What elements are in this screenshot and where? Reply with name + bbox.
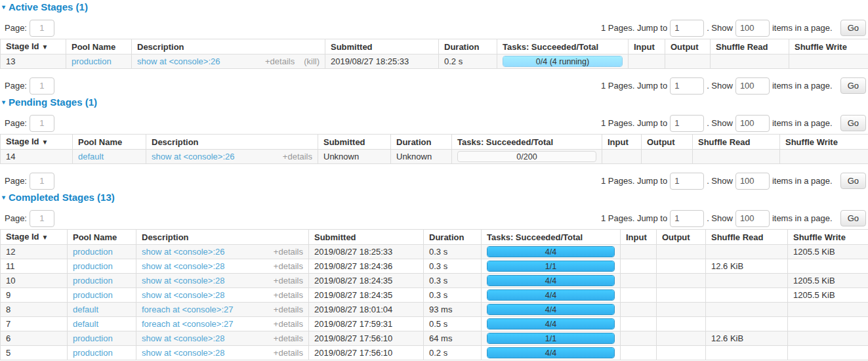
header-row: Stage Id▼Pool NameDescriptionSubmittedDu… (1, 135, 868, 150)
details-toggle-link[interactable]: +details (274, 319, 303, 329)
pool-name-link[interactable]: production (72, 56, 112, 66)
column-header-stage-id[interactable]: Stage Id▼ (1, 135, 73, 150)
pool-name-link[interactable]: production (73, 261, 113, 271)
column-header-pool-name[interactable]: Pool Name (68, 230, 136, 245)
duration-cell: 93 ms (424, 303, 482, 317)
column-header-input[interactable]: Input (629, 39, 665, 54)
column-header-shuffle-read[interactable]: Shuffle Read (693, 135, 780, 150)
jump-to-input[interactable] (670, 20, 704, 37)
section-title-active[interactable]: ▾Active Stages (1) (2, 1, 868, 12)
column-header-label: Stage Id (6, 137, 39, 146)
go-button[interactable]: Go (840, 210, 866, 226)
column-header-description[interactable]: Description (136, 230, 309, 245)
column-header-input[interactable]: Input (602, 135, 642, 150)
details-toggle-link[interactable]: +details (274, 348, 303, 358)
description-link[interactable]: show at <console>:28 (142, 347, 224, 358)
column-header-duration[interactable]: Duration (424, 230, 482, 245)
shuffle-read-cell (711, 54, 789, 69)
description-link[interactable]: foreach at <console>:27 (142, 318, 234, 329)
description-link[interactable]: show at <console>:28 (142, 275, 224, 286)
column-header-description[interactable]: Description (132, 39, 325, 54)
column-header-submitted[interactable]: Submitted (309, 230, 424, 245)
go-button[interactable]: Go (840, 173, 866, 189)
column-header-label: Submitted (331, 42, 373, 52)
page-number-input[interactable] (30, 20, 54, 37)
column-header-output[interactable]: Output (657, 230, 706, 245)
details-toggle-link[interactable]: +details (274, 305, 303, 314)
details-toggle-link[interactable]: +details (274, 333, 303, 343)
section-title-completed[interactable]: ▾Completed Stages (13) (2, 192, 868, 203)
column-header-description[interactable]: Description (146, 135, 318, 150)
column-header-tasks-succeeded-total[interactable]: Tasks: Succeeded/Total (497, 39, 629, 54)
pool-name-link[interactable]: default (78, 152, 104, 161)
show-count-input[interactable] (735, 210, 770, 227)
column-header-output[interactable]: Output (665, 39, 711, 54)
stage-row: 10productionshow at <console>:28+details… (1, 274, 868, 288)
jump-to-input[interactable] (670, 77, 704, 95)
column-header-shuffle-read[interactable]: Shuffle Read (706, 230, 788, 245)
shuffle-write-cell (788, 331, 868, 346)
column-header-label: Pool Name (78, 137, 122, 147)
column-header-shuffle-read[interactable]: Shuffle Read (711, 39, 789, 54)
column-header-duration[interactable]: Duration (439, 39, 497, 54)
go-button[interactable]: Go (840, 115, 866, 131)
jump-to-input[interactable] (670, 210, 704, 227)
description-link[interactable]: foreach at <console>:27 (142, 304, 234, 315)
jump-to-input[interactable] (670, 173, 704, 190)
column-header-label: Shuffle Write (795, 42, 847, 52)
input-cell (621, 259, 657, 274)
column-header-input[interactable]: Input (621, 230, 657, 245)
page-label: Page: (5, 118, 27, 128)
details-toggle-link[interactable]: +details (274, 276, 303, 286)
section-title-pending[interactable]: ▾Pending Stages (1) (2, 96, 868, 108)
show-count-input[interactable] (735, 173, 770, 190)
column-header-stage-id[interactable]: Stage Id▼ (1, 39, 66, 54)
column-header-submitted[interactable]: Submitted (325, 39, 439, 54)
show-count-input[interactable] (735, 20, 770, 37)
page-number-input[interactable] (30, 115, 54, 132)
pool-name-link[interactable]: production (73, 276, 113, 286)
column-header-pool-name[interactable]: Pool Name (73, 135, 146, 150)
pool-name-link[interactable]: production (73, 333, 113, 343)
description-link[interactable]: show at <console>:26 (137, 56, 220, 67)
output-cell (657, 288, 706, 303)
tasks-progress-bar: 0/4 (4 running) (503, 56, 623, 67)
kill-link[interactable]: (kill) (304, 56, 320, 66)
show-count-input[interactable] (735, 77, 770, 95)
column-header-submitted[interactable]: Submitted (318, 135, 391, 150)
page-number-input[interactable] (30, 173, 54, 190)
details-toggle-link[interactable]: +details (274, 247, 303, 257)
page-number-input[interactable] (30, 210, 54, 227)
details-toggle-link[interactable]: +details (274, 261, 303, 271)
column-header-shuffle-write[interactable]: Shuffle Write (780, 135, 868, 150)
description-link[interactable]: show at <console>:28 (142, 261, 224, 272)
pool-name-link[interactable]: default (73, 305, 98, 314)
details-toggle-link[interactable]: +details (265, 56, 295, 66)
go-button[interactable]: Go (840, 20, 866, 36)
column-header-shuffle-write[interactable]: Shuffle Write (788, 230, 868, 245)
column-header-tasks-succeeded-total[interactable]: Tasks: Succeeded/Total (482, 230, 621, 245)
column-header-output[interactable]: Output (642, 135, 693, 150)
details-toggle-link[interactable]: +details (274, 290, 303, 300)
description-wrap: show at <console>:28+details (142, 289, 303, 301)
page-number-input[interactable] (30, 77, 54, 95)
pool-name-link[interactable]: default (73, 319, 98, 329)
details-toggle-link[interactable]: +details (283, 152, 312, 161)
description-link[interactable]: show at <console>:26 (152, 151, 234, 162)
stage-row: 6productionshow at <console>:28+details2… (1, 331, 868, 346)
column-header-pool-name[interactable]: Pool Name (66, 39, 132, 54)
pool-name-link[interactable]: production (73, 290, 113, 300)
column-header-tasks-succeeded-total[interactable]: Tasks: Succeeded/Total (452, 135, 602, 150)
jump-to-input[interactable] (670, 115, 704, 132)
show-count-input[interactable] (735, 115, 770, 132)
column-header-stage-id[interactable]: Stage Id▼ (1, 230, 68, 245)
progress-label: 4/4 (487, 276, 614, 286)
column-header-duration[interactable]: Duration (391, 135, 452, 150)
go-button[interactable]: Go (840, 77, 866, 94)
pool-name-link[interactable]: production (73, 348, 113, 358)
description-link[interactable]: show at <console>:28 (142, 333, 224, 344)
column-header-shuffle-write[interactable]: Shuffle Write (789, 39, 868, 54)
description-link[interactable]: show at <console>:28 (142, 289, 224, 301)
description-link[interactable]: show at <console>:26 (142, 246, 224, 257)
pool-name-link[interactable]: production (73, 247, 113, 257)
